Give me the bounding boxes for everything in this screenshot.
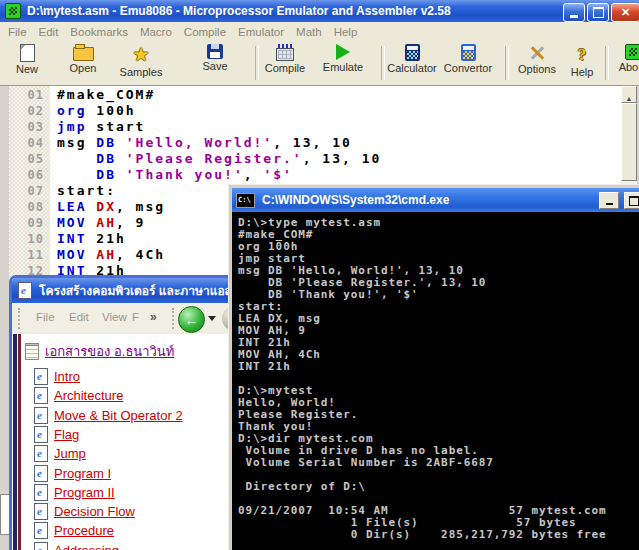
- content-link[interactable]: Addressing: [54, 543, 119, 550]
- ie-page-icon: [34, 407, 48, 424]
- toolbar-drag-handle[interactable]: [18, 308, 23, 329]
- notepad-icon: [25, 343, 39, 360]
- main-menubar: FileEditBookmarksMacroCompileEmulatorMat…: [0, 22, 639, 42]
- content-link[interactable]: Program I: [54, 466, 111, 481]
- code-token: #make_COM#: [57, 87, 155, 102]
- maximize-button[interactable]: [587, 3, 609, 22]
- toolbar-button-label: Samples: [120, 66, 163, 78]
- menu-item-macro[interactable]: Macro: [134, 24, 178, 40]
- code-token: [57, 167, 96, 182]
- toolbar-button-help[interactable]: Help: [562, 43, 602, 83]
- code-token: , 13, 10: [273, 135, 352, 150]
- list-item: Program I: [34, 465, 111, 482]
- toolbar-button-label: About: [619, 61, 639, 73]
- back-dropdown-arrow[interactable]: [208, 316, 216, 321]
- line-number: 05: [28, 151, 44, 167]
- code-line: start:: [57, 183, 116, 199]
- cmd-maximize-button[interactable]: [624, 192, 639, 209]
- toolbar-button-open[interactable]: Open: [62, 43, 104, 83]
- content-link[interactable]: Decision Flow: [54, 504, 135, 519]
- code-line: org 100h: [57, 103, 136, 119]
- toolbar-button-label: Open: [70, 62, 97, 74]
- ie-menu-item-view[interactable]: View: [102, 311, 127, 323]
- cmd-output[interactable]: D:\>type mytest.asm #make_COM# org 100h …: [232, 212, 639, 550]
- open-folder-icon: [73, 47, 94, 61]
- code-token: jmp: [57, 119, 86, 134]
- close-button[interactable]: [611, 3, 639, 22]
- code-token: MOV: [57, 215, 86, 230]
- toolbar-button-emulate[interactable]: Emulate: [318, 43, 368, 83]
- line-number: 10: [28, 231, 44, 247]
- code-token: 'Please Register.': [126, 151, 303, 166]
- line-number: 02: [28, 103, 44, 119]
- cmd-titlebar[interactable]: C:\WINDOWS\System32\cmd.exe: [232, 188, 639, 212]
- content-link[interactable]: Program II: [54, 485, 115, 500]
- ie-window-title: โครงสร้างคอมพิวเตอร์ และภาษาแอส: [39, 281, 232, 300]
- toolbar-button-calculator[interactable]: Calculator: [382, 43, 442, 83]
- toolbar-button-new[interactable]: New: [6, 43, 48, 83]
- content-link[interactable]: Flag: [54, 427, 79, 442]
- toolbar-button-save[interactable]: Save: [194, 43, 236, 83]
- minimize-icon: [570, 15, 578, 18]
- toolbar-button-samples[interactable]: Samples: [116, 43, 166, 83]
- line-number: 08: [28, 199, 44, 215]
- code-token: ,: [244, 167, 264, 182]
- ie-menu-item-file[interactable]: File: [36, 311, 55, 323]
- minimize-button[interactable]: [563, 3, 585, 22]
- ie-page-icon: [34, 503, 48, 520]
- menu-item-edit[interactable]: Edit: [33, 24, 65, 40]
- toolbar-button-label: Help: [571, 66, 594, 78]
- line-number: 11: [28, 247, 44, 263]
- code-line: LEA DX, msg: [57, 199, 165, 215]
- toolbar-button-options[interactable]: Options: [513, 43, 561, 83]
- content-link[interactable]: Jump: [54, 446, 86, 461]
- content-link[interactable]: Move & Bit Operator 2: [54, 408, 183, 423]
- cmd-window-title: C:\WINDOWS\System32\cmd.exe: [262, 193, 449, 207]
- code-token: MOV: [57, 247, 86, 262]
- content-link[interactable]: Architecture: [54, 388, 123, 403]
- menu-item-help[interactable]: Help: [328, 24, 364, 40]
- ie-page-icon: [34, 426, 48, 443]
- menu-overflow-chevron[interactable]: »: [150, 310, 157, 324]
- scrollbar-up-arrow-icon[interactable]: [621, 86, 637, 103]
- menu-item-math[interactable]: Math: [290, 24, 328, 40]
- menu-item-bookmarks[interactable]: Bookmarks: [64, 24, 134, 40]
- cmd-minimize-button[interactable]: [599, 192, 619, 209]
- code-token: LEA: [57, 199, 86, 214]
- calculator-icon: [405, 44, 420, 61]
- list-item: Move & Bit Operator 2: [34, 407, 183, 424]
- line-number: 04: [28, 135, 44, 151]
- ie-menu-item-f[interactable]: F: [132, 311, 139, 323]
- scrollbar-thumb[interactable]: [621, 103, 637, 181]
- toolbar-button-label: Emulate: [323, 61, 363, 73]
- convertor-icon: [461, 44, 476, 61]
- ie-page-icon: [34, 522, 48, 539]
- ie-menu-item-edit[interactable]: Edit: [69, 311, 89, 323]
- toolbar-button-convertor[interactable]: Convertor: [439, 43, 497, 83]
- line-number: 03: [28, 119, 44, 135]
- content-link[interactable]: Procedure: [54, 523, 114, 538]
- toolbar-button-label: Save: [202, 60, 227, 72]
- code-token: start: [86, 119, 145, 134]
- back-button[interactable]: [178, 306, 205, 333]
- compile-icon: [276, 48, 294, 61]
- toolbar-separator: [505, 46, 509, 80]
- menu-item-emulator[interactable]: Emulator: [232, 24, 290, 40]
- tools-icon: [528, 44, 546, 62]
- menu-item-compile[interactable]: Compile: [178, 24, 232, 40]
- list-item: Program II: [34, 484, 115, 501]
- code-line: INT 21h: [57, 231, 126, 247]
- code-token: DB: [96, 167, 116, 182]
- code-line: DB 'Please Register.', 13, 10: [57, 151, 381, 167]
- content-link[interactable]: Intro: [54, 369, 80, 384]
- toolbar-drag-handle[interactable]: [172, 308, 177, 329]
- code-token: DX: [96, 199, 116, 214]
- emu8086-titlebar[interactable]: D:\mytest.asm - Emu8086 - Microprocessor…: [0, 0, 639, 22]
- menu-item-file[interactable]: File: [2, 24, 33, 40]
- toolbar-button-about[interactable]: About: [608, 43, 639, 83]
- code-token: AH: [96, 247, 116, 262]
- code-token: [116, 151, 126, 166]
- line-number: 07: [28, 183, 44, 199]
- header-link[interactable]: เอกสารของ อ.ธนาวินท์: [45, 341, 174, 362]
- toolbar-button-compile[interactable]: Compile: [260, 43, 310, 83]
